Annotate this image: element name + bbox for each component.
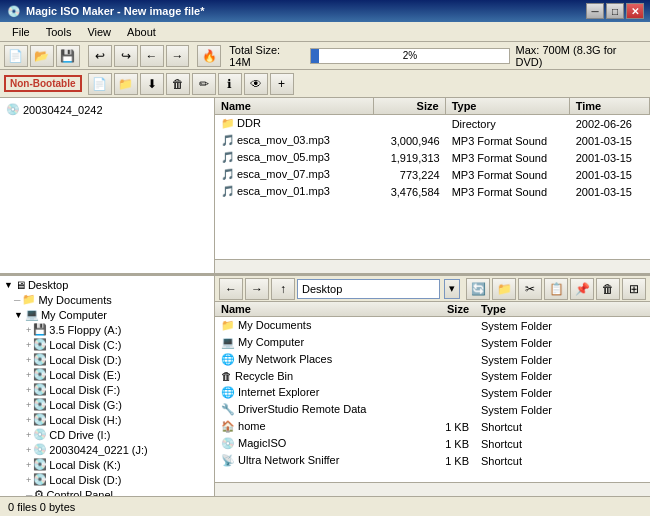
fs-tree-item-mycomputer[interactable]: ▼ 💻 My Computer: [2, 307, 212, 322]
save-button[interactable]: 💾: [56, 45, 80, 67]
table-row[interactable]: 🎵esca_mov_03.mp3 3,000,946 MP3 Format So…: [215, 132, 650, 149]
fs-grid-button[interactable]: ⊞: [622, 278, 646, 300]
table-row[interactable]: 📁DDR Directory 2002-06-26: [215, 115, 650, 132]
delete-button[interactable]: 🗑: [166, 73, 190, 95]
fs-tree-item-diskH[interactable]: + 💽 Local Disk (H:): [2, 412, 212, 427]
fs-tree-item-floppy[interactable]: + 💾 3.5 Floppy (A:): [2, 322, 212, 337]
properties-button[interactable]: ℹ: [218, 73, 242, 95]
fs-newfolder-button[interactable]: 📁: [492, 278, 516, 300]
iso-files-body: 📁DDR Directory 2002-06-26 🎵esca_mov_03.m…: [215, 115, 650, 259]
disk-icon: 💽: [33, 458, 47, 471]
undo-button[interactable]: ↩: [88, 45, 112, 67]
non-bootable-badge[interactable]: Non-Bootable: [4, 75, 82, 92]
redo-button[interactable]: ↪: [114, 45, 138, 67]
file-size: 3,476,584: [374, 185, 446, 199]
close-button[interactable]: ✕: [626, 3, 644, 19]
fs-copy-button[interactable]: 📋: [544, 278, 568, 300]
fs-cut-button[interactable]: ✂: [518, 278, 542, 300]
view-button[interactable]: 👁: [244, 73, 268, 95]
fs-files-container: ← → ↑ Desktop ▾ 🔄 📁 ✂ 📋 📌 🗑 ⊞ Name Si: [215, 276, 650, 496]
open-button[interactable]: 📂: [30, 45, 54, 67]
fs-tree-item-mydocs[interactable]: ─ 📁 My Documents: [2, 292, 212, 307]
computer-icon: 💻: [221, 336, 235, 348]
fs-tree-item-cdJ[interactable]: + 💿 20030424_0221 (J:): [2, 442, 212, 457]
new-button[interactable]: 📄: [4, 45, 28, 67]
list-item[interactable]: 🗑 Recycle Bin System Folder: [215, 368, 650, 384]
fs-refresh-button[interactable]: 🔄: [466, 278, 490, 300]
progress-label: 2%: [311, 49, 508, 63]
fs-tree-item-controlpanel[interactable]: ─ ⚙ Control Panel: [2, 487, 212, 496]
add-folder-button[interactable]: 📁: [114, 73, 138, 95]
fs-file-name: 📁 My Documents: [215, 318, 415, 333]
table-row[interactable]: 🎵esca_mov_05.mp3 1,919,313 MP3 Format So…: [215, 149, 650, 166]
fs-up-button[interactable]: ↑: [271, 278, 295, 300]
fs-tree-item-cdI[interactable]: + 💿 CD Drive (I:): [2, 427, 212, 442]
status-bar: 0 files 0 bytes: [0, 496, 650, 516]
fs-path-combo[interactable]: Desktop: [297, 279, 440, 299]
maximize-button[interactable]: □: [606, 3, 624, 19]
fs-file-size: 1 KB: [415, 437, 475, 451]
forward-button[interactable]: →: [166, 45, 190, 67]
list-item[interactable]: 🌐 Internet Explorer System Folder: [215, 384, 650, 401]
fs-path-dropdown-arrow[interactable]: ▾: [444, 279, 460, 299]
list-item[interactable]: 💻 My Computer System Folder: [215, 334, 650, 351]
burn-button[interactable]: 🔥: [197, 45, 221, 67]
menu-tools[interactable]: Tools: [38, 24, 80, 40]
iso-horizontal-scrollbar[interactable]: [215, 259, 650, 273]
fs-delete-button[interactable]: 🗑: [596, 278, 620, 300]
iso-col-type[interactable]: Type: [446, 98, 570, 114]
add-file-button[interactable]: 📄: [88, 73, 112, 95]
list-item[interactable]: 📁 My Documents System Folder: [215, 317, 650, 334]
fs-file-size: [415, 375, 475, 377]
cd-icon: 💿: [33, 443, 47, 456]
list-item[interactable]: 🔧 DriverStudio Remote Data System Folder: [215, 401, 650, 418]
minimize-button[interactable]: ─: [586, 3, 604, 19]
fs-tree-item-desktop[interactable]: ▼ 🖥 Desktop: [2, 278, 212, 292]
fs-tree-item-diskC[interactable]: + 💽 Local Disk (C:): [2, 337, 212, 352]
menu-file[interactable]: File: [4, 24, 38, 40]
fs-tree-item-diskK[interactable]: + 💽 Local Disk (K:): [2, 457, 212, 472]
fs-tree-container: ▼ 🖥 Desktop ─ 📁 My Documents ▼ 💻 My Comp…: [0, 276, 215, 496]
fs-file-name: 💿 MagicISO: [215, 436, 415, 451]
fs-tree-item-diskD[interactable]: + 💽 Local Disk (D:): [2, 352, 212, 367]
list-item[interactable]: 🏠 home 1 KB Shortcut: [215, 418, 650, 435]
table-row[interactable]: 🎵esca_mov_07.mp3 773,224 MP3 Format Soun…: [215, 166, 650, 183]
fs-forward-button[interactable]: →: [245, 278, 269, 300]
fs-file-name: 📡 Ultra Network Sniffer: [215, 453, 415, 468]
fs-tree-item-diskG[interactable]: + 💽 Local Disk (G:): [2, 397, 212, 412]
add2-button[interactable]: +: [270, 73, 294, 95]
iso-tree-root[interactable]: 💿 20030424_0242: [4, 102, 210, 117]
file-name: 🎵esca_mov_07.mp3: [215, 167, 374, 182]
mydocs-icon: 📁: [22, 293, 36, 306]
fs-tree-item-diskD2[interactable]: + 💽 Local Disk (D:): [2, 472, 212, 487]
upper-section: 💿 20030424_0242 Name Size Type Time 📁DDR…: [0, 98, 650, 276]
fs-paste-button[interactable]: 📌: [570, 278, 594, 300]
fs-tree-label: Local Disk (D:): [49, 354, 121, 366]
list-item[interactable]: 🌐 My Network Places System Folder: [215, 351, 650, 368]
table-row[interactable]: 🎵esca_mov_01.mp3 3,476,584 MP3 Format So…: [215, 183, 650, 200]
fs-back-button[interactable]: ←: [219, 278, 243, 300]
iso-col-time[interactable]: Time: [570, 98, 650, 114]
fs-col-type[interactable]: Type: [475, 302, 650, 316]
extract-button[interactable]: ⬇: [140, 73, 164, 95]
list-item[interactable]: 💿 MagicISO 1 KB Shortcut: [215, 435, 650, 452]
fs-tree-label: 20030424_0221 (J:): [49, 444, 147, 456]
file-size: 1,919,313: [374, 151, 446, 165]
rename-button[interactable]: ✏: [192, 73, 216, 95]
iso-col-name[interactable]: Name: [215, 98, 374, 114]
menu-about[interactable]: About: [119, 24, 164, 40]
magiciso-icon: 💿: [221, 437, 235, 449]
list-item[interactable]: 📡 Ultra Network Sniffer 1 KB Shortcut: [215, 452, 650, 469]
fs-col-name[interactable]: Name: [215, 302, 415, 316]
fs-tree-label: 3.5 Floppy (A:): [49, 324, 121, 336]
desktop-icon: 🖥: [15, 279, 26, 291]
menu-view[interactable]: View: [79, 24, 119, 40]
back-button[interactable]: ←: [140, 45, 164, 67]
expand-icon: +: [26, 445, 31, 455]
fs-tree-item-diskF[interactable]: + 💽 Local Disk (F:): [2, 382, 212, 397]
fs-tree-item-diskE[interactable]: + 💽 Local Disk (E:): [2, 367, 212, 382]
fs-col-size[interactable]: Size: [415, 302, 475, 316]
fs-horizontal-scrollbar[interactable]: [215, 482, 650, 496]
iso-col-size[interactable]: Size: [374, 98, 446, 114]
fs-tree-label: Desktop: [28, 279, 68, 291]
